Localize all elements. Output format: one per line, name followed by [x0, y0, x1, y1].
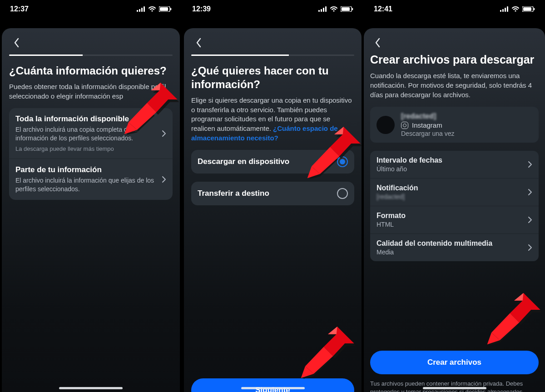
setting-format[interactable]: Formato HTML [370, 206, 539, 233]
amount-options: Toda la información disponible El archiv… [9, 108, 173, 200]
back-button[interactable] [9, 35, 24, 50]
option-partial-info[interactable]: Parte de tu información El archivo inclu… [9, 159, 173, 200]
phone-screen-2: 12:39 ¿Qué quieres hacer con tu informac… [182, 0, 363, 392]
radio-selected-icon [337, 156, 348, 167]
sheet-1: ¿Cuánta información quieres? Puedes obte… [2, 28, 180, 392]
privacy-footer: Tus archivos pueden contener información… [370, 380, 539, 392]
progress-bar [9, 55, 173, 56]
account-frequency: Descargar una vez [401, 130, 455, 137]
account-card: [redacted] Instagram Descargar una vez [370, 107, 539, 143]
phone-screen-3: 12:41 Crear archivos para descargar Cuan… [363, 0, 545, 392]
sheet-3: Crear archivos para descargar Cuando la … [364, 28, 545, 392]
battery-icon [341, 6, 353, 12]
setting-value: Media [377, 248, 492, 256]
progress-bar [191, 55, 354, 56]
account-username: [redacted] [401, 112, 455, 120]
wifi-icon [330, 6, 337, 12]
setting-key: Formato [377, 212, 406, 220]
home-indicator [241, 387, 305, 389]
page-title: ¿Cuánta información quieres? [9, 64, 173, 78]
setting-media-quality[interactable]: Calidad del contenido multimedia Media [370, 233, 539, 261]
chevron-left-icon [374, 38, 381, 48]
page-subtitle: Elige si quieres descargar una copia en … [191, 96, 354, 143]
page-title: ¿Qué quieres hacer con tu información? [191, 64, 354, 91]
avatar [377, 116, 395, 134]
option-desc: El archivo incluirá la información que e… [15, 176, 156, 194]
option-meta: La descarga puede llevar más tiempo [15, 145, 156, 152]
option-all-info[interactable]: Toda la información disponible El archiv… [9, 108, 173, 159]
back-button[interactable] [191, 35, 206, 50]
setting-key: Notificación [377, 184, 418, 192]
radio-unselected-icon [337, 188, 348, 199]
setting-notification[interactable]: Notificación [redacted] [370, 178, 539, 206]
choice-label: Descargar en dispositivo [198, 157, 332, 166]
signal-icon [318, 6, 327, 12]
phone-screen-1: 12:37 ¿Cuánta información quieres? Puede… [0, 0, 182, 392]
chevron-right-icon [528, 189, 532, 196]
back-button[interactable] [370, 35, 385, 50]
chevron-right-icon [528, 244, 532, 251]
battery-icon [522, 6, 535, 12]
status-time: 12:41 [374, 5, 392, 13]
option-title: Toda la información disponible [15, 114, 156, 124]
wifi-icon [512, 6, 519, 12]
chevron-right-icon [162, 176, 166, 183]
wifi-icon [149, 6, 156, 12]
setting-key: Intervalo de fechas [377, 156, 442, 164]
setting-date-range[interactable]: Intervalo de fechas Último año [370, 151, 539, 178]
next-button[interactable]: Siguiente [191, 378, 354, 392]
page-subtitle: Puedes obtener toda la información dispo… [9, 82, 173, 101]
signal-icon [500, 6, 509, 12]
sheet-2: ¿Qué quieres hacer con tu información? E… [184, 28, 362, 392]
setting-value: Último año [377, 165, 442, 173]
chevron-left-icon [195, 38, 202, 48]
instagram-icon [401, 122, 408, 129]
choice-transfer-destination[interactable]: Transferir a destino [191, 182, 354, 205]
chevron-right-icon [162, 130, 166, 137]
home-indicator [423, 387, 486, 389]
page-subtitle: Cuando la descarga esté lista, te enviar… [370, 71, 539, 99]
status-bar: 12:39 [182, 0, 363, 18]
option-desc: El archivo incluirá una copia completa d… [15, 125, 156, 143]
setting-value: [redacted] [377, 193, 418, 200]
status-bar: 12:41 [364, 0, 545, 18]
transfer-choice-group: Transferir a destino [191, 182, 354, 205]
setting-value: HTML [377, 221, 406, 228]
account-service: Instagram [412, 121, 442, 129]
download-settings: Intervalo de fechas Último año Notificac… [370, 151, 539, 261]
page-title: Crear archivos para descargar [370, 53, 539, 67]
status-time: 12:37 [10, 5, 29, 13]
chevron-right-icon [528, 216, 532, 223]
choice-download-device[interactable]: Descargar en dispositivo [191, 150, 354, 174]
home-indicator [59, 387, 123, 389]
chevron-right-icon [528, 161, 532, 168]
choice-label: Transferir a destino [198, 189, 332, 198]
option-title: Parte de tu información [15, 165, 156, 174]
battery-icon [159, 6, 172, 12]
three-phone-stage: 12:37 ¿Cuánta información quieres? Puede… [0, 0, 545, 392]
signal-icon [137, 6, 145, 12]
download-choice-group: Descargar en dispositivo [191, 150, 354, 174]
status-bar: 12:37 [0, 0, 182, 18]
chevron-left-icon [13, 38, 20, 48]
setting-key: Calidad del contenido multimedia [377, 239, 492, 248]
status-time: 12:39 [192, 5, 211, 13]
create-files-button[interactable]: Crear archivos [370, 351, 539, 374]
